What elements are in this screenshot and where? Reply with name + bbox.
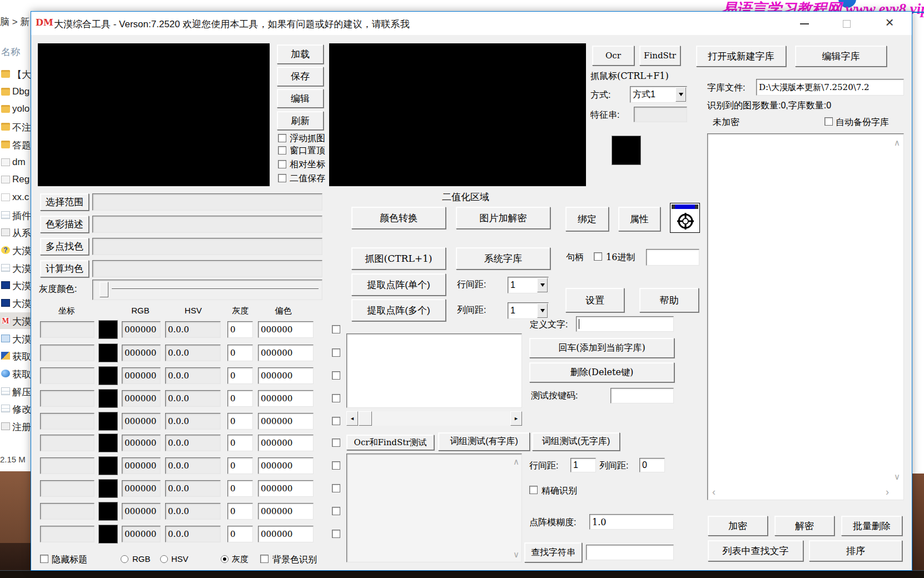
minimize-button[interactable]	[793, 17, 816, 31]
rgb-field[interactable]: 000000	[122, 457, 161, 474]
properties-button[interactable]: 属性	[618, 207, 660, 231]
gray-field[interactable]: 0	[227, 480, 253, 497]
coord-field[interactable]	[40, 321, 95, 338]
coord-field[interactable]	[40, 435, 95, 451]
offset-field[interactable]: 000000	[258, 413, 314, 430]
gray-field[interactable]: 0	[227, 435, 253, 451]
select-range-field[interactable]	[92, 193, 322, 211]
hsv-field[interactable]: 0.0.0	[165, 435, 221, 451]
row-select-checkbox[interactable]	[332, 461, 340, 470]
open-new-dict-button[interactable]: 打开或新建字库	[696, 46, 786, 67]
rgb-field[interactable]: 000000	[122, 503, 161, 520]
gray-field[interactable]: 0	[227, 367, 253, 384]
offset-field[interactable]: 000000	[258, 390, 314, 407]
find-string-input[interactable]	[586, 545, 674, 560]
fuzzy-input[interactable]: 1.0	[589, 514, 674, 530]
glyph-listbox[interactable]	[346, 333, 522, 408]
scroll-up-icon[interactable]: ∧	[894, 138, 900, 147]
close-button[interactable]: ×	[878, 13, 901, 31]
rgb-field[interactable]: 000000	[122, 367, 161, 384]
batch-delete-button[interactable]: 批量删除	[841, 516, 902, 536]
hsv-field[interactable]: 0.0.0	[165, 321, 221, 338]
row-select-checkbox[interactable]	[332, 394, 340, 402]
gray-field[interactable]: 0	[227, 321, 253, 338]
ocr-findstr-test-button[interactable]: Ocr和FindStr测试	[346, 435, 434, 450]
explorer-list-item[interactable]: 注册	[0, 418, 31, 435]
explorer-list-item[interactable]: 大漠	[0, 330, 31, 347]
offset-field[interactable]: 000000	[258, 457, 314, 474]
offset-field[interactable]: 000000	[258, 321, 314, 338]
explorer-list-item[interactable]: 插件	[0, 207, 31, 223]
hsv-field[interactable]: 0.0.0	[165, 480, 221, 497]
explorer-list-item[interactable]: 大漠	[0, 295, 31, 311]
chevron-down-icon[interactable]	[675, 87, 686, 102]
color-mode-radio[interactable]	[121, 555, 128, 563]
system-dict-button[interactable]: 系统字库	[456, 247, 550, 270]
scroll-down-icon[interactable]: ∨	[894, 472, 900, 481]
enter-add-button[interactable]: 回车(添加到当前字库)	[529, 338, 674, 358]
test-keycode-input[interactable]	[610, 388, 674, 403]
gray-field[interactable]: 0	[227, 413, 253, 430]
test-result-textarea[interactable]: ∧ ∨	[346, 454, 522, 562]
row-select-checkbox[interactable]	[332, 348, 340, 357]
color-mode-radio[interactable]	[221, 555, 228, 563]
explorer-list-item[interactable]: 从系	[0, 224, 31, 241]
row-select-checkbox[interactable]	[332, 325, 340, 333]
phrase-test-no-dict-button[interactable]: 词组测试(无字库)	[532, 432, 620, 451]
edit-dict-button[interactable]: 编辑字库	[795, 46, 887, 67]
avg-color-field[interactable]	[92, 260, 322, 277]
coord-field[interactable]	[40, 413, 95, 430]
coord-field[interactable]	[40, 390, 95, 407]
gray-field[interactable]: 0	[227, 457, 253, 474]
help-button[interactable]: 帮助	[639, 288, 699, 312]
row-select-checkbox[interactable]	[332, 530, 340, 538]
find-text-in-list-button[interactable]: 列表中查找文字	[708, 540, 803, 561]
explorer-column-header[interactable]: 名称	[1, 46, 20, 58]
explorer-list-item[interactable]: 大漠	[0, 277, 31, 293]
image-crypt-button[interactable]: 图片加解密	[456, 207, 550, 229]
offset-field[interactable]: 000000	[258, 345, 314, 361]
scroll-right-icon[interactable]: ›	[886, 488, 889, 496]
sort-button[interactable]: 排序	[809, 540, 902, 561]
test-col-gap-input[interactable]: 0	[639, 458, 665, 472]
coord-field[interactable]	[40, 345, 95, 361]
hsv-field[interactable]: 0.0.0	[165, 503, 221, 520]
scroll-right-icon[interactable]: ►	[510, 411, 522, 426]
row-select-checkbox[interactable]	[332, 439, 340, 447]
offset-field[interactable]: 000000	[258, 503, 314, 520]
find-string-button[interactable]: 查找字符串	[524, 542, 582, 562]
dict-listbox[interactable]: ∧ ∨ ‹ ›	[707, 133, 904, 500]
color-desc-field[interactable]	[92, 216, 322, 233]
explorer-list-item[interactable]: Reg	[0, 171, 31, 188]
coord-field[interactable]	[40, 367, 95, 384]
delete-key-button[interactable]: 删除(Delete键)	[529, 362, 674, 382]
test-row-gap-input[interactable]: 1	[570, 458, 596, 472]
color-convert-button[interactable]: 颜色转换	[351, 207, 446, 229]
explorer-list-item[interactable]: 答题	[0, 136, 31, 153]
gray-slider-track[interactable]	[92, 280, 322, 300]
explorer-list-item[interactable]: Dbg	[0, 83, 31, 100]
hsv-field[interactable]: 0.0.0	[165, 367, 221, 384]
rgb-field[interactable]: 000000	[122, 480, 161, 497]
scroll-left-icon[interactable]: ‹	[712, 488, 716, 496]
color-desc-button[interactable]: 色彩描述	[40, 216, 89, 233]
gray-field[interactable]: 0	[227, 345, 253, 361]
coord-field[interactable]	[40, 526, 95, 542]
offset-field[interactable]: 000000	[258, 367, 314, 384]
chevron-down-icon[interactable]	[537, 303, 548, 318]
capture-option-checkbox[interactable]	[278, 134, 286, 142]
decrypt-button[interactable]: 解密	[774, 516, 834, 536]
refresh-button[interactable]: 刷新	[277, 111, 324, 130]
rgb-field[interactable]: 000000	[122, 413, 161, 430]
extract-dots-multi-button[interactable]: 提取点阵(多个)	[351, 299, 446, 321]
explorer-list-item[interactable]: 获取	[0, 347, 31, 364]
scroll-down-icon[interactable]: ∨	[513, 550, 519, 559]
color-mode-radio[interactable]	[160, 555, 168, 563]
explorer-list-item[interactable]: yolo	[0, 101, 31, 117]
rgb-field[interactable]: 000000	[122, 345, 161, 361]
phrase-test-with-dict-button[interactable]: 词组测试(有字库)	[438, 432, 530, 451]
breadcrumb[interactable]: 脑 > 新	[0, 16, 29, 28]
save-button[interactable]: 保存	[277, 67, 324, 86]
row-select-checkbox[interactable]	[332, 417, 340, 425]
scroll-left-icon[interactable]: ◄	[346, 411, 358, 426]
